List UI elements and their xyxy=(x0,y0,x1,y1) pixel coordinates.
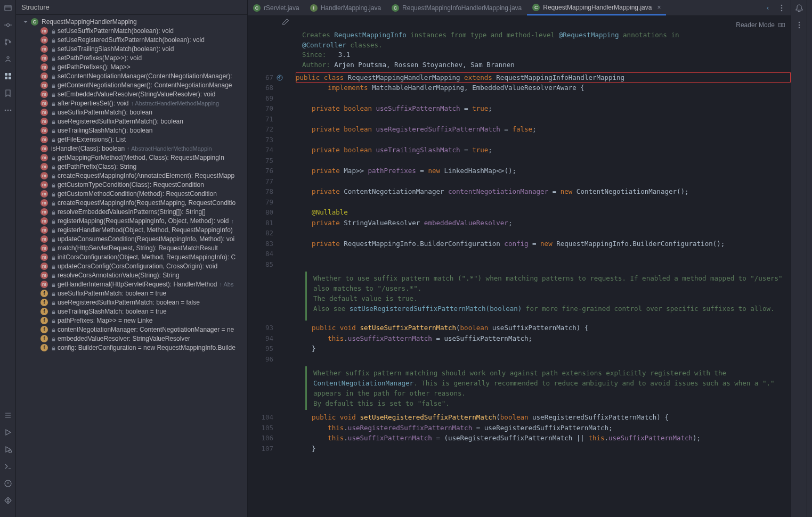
structure-tree[interactable]: CRequestMappingHandlerMappingmsetUseSuff… xyxy=(16,15,247,517)
tree-field[interactable]: fuseSuffixPatternMatch: boolean = true xyxy=(16,289,247,298)
tree-method[interactable]: mafterPropertiesSet(): void↑ AbstractHan… xyxy=(16,99,247,108)
code-content[interactable]: public class RequestMappingHandlerMappin… xyxy=(280,72,791,517)
tree-method[interactable]: msetEmbeddedValueResolver(StringValueRes… xyxy=(16,89,247,99)
method-icon: m xyxy=(40,190,48,198)
tree-method[interactable]: mregisterMapping(RequestMappingInfo, Obj… xyxy=(16,216,247,225)
tree-field[interactable]: fconfig: BuilderConfiguration = new Requ… xyxy=(16,343,247,352)
tree-method[interactable]: mcreateRequestMappingInfo(AnnotatedEleme… xyxy=(16,171,247,180)
close-icon[interactable]: × xyxy=(657,4,661,11)
tree-method[interactable]: museTrailingSlashMatch(): boolean xyxy=(16,126,247,135)
notifications-icon[interactable] xyxy=(794,3,804,13)
method-icon: m xyxy=(40,45,48,53)
tree-method[interactable]: minitCorsConfiguration(Object, Method, R… xyxy=(16,252,247,261)
left-tool-rail xyxy=(0,0,16,517)
svg-rect-51 xyxy=(52,348,55,350)
bookmarks-icon[interactable] xyxy=(3,88,13,98)
svg-rect-26 xyxy=(52,112,55,115)
right-tool-rail xyxy=(791,0,807,517)
editor-tab[interactable]: CRequestMappingHandlerMapping.java× xyxy=(527,0,666,15)
class-icon: C xyxy=(31,18,38,26)
tree-method[interactable]: msetUseSuffixPatternMatch(boolean): void xyxy=(16,26,247,35)
reader-mode-toggle[interactable]: Reader Mode xyxy=(730,18,791,32)
tab-menu-icon[interactable] xyxy=(777,3,786,13)
lock-icon xyxy=(51,46,56,52)
tree-method[interactable]: mgetPathPrefix(Class): String xyxy=(16,162,247,171)
override-icon[interactable] xyxy=(277,73,283,84)
method-icon: m xyxy=(40,136,48,143)
tree-field[interactable]: fembeddedValueResolver: StringValueResol… xyxy=(16,334,247,343)
lock-icon xyxy=(51,336,56,341)
more-icon[interactable] xyxy=(3,105,13,115)
tree-method[interactable]: mupdateConsumesCondition(RequestMappingI… xyxy=(16,234,247,243)
lock-icon xyxy=(51,218,56,224)
tree-method[interactable]: mgetCustomMethodCondition(Method): Reque… xyxy=(16,189,247,198)
minimap[interactable] xyxy=(807,0,812,517)
svg-rect-30 xyxy=(52,158,55,160)
lock-icon xyxy=(51,309,56,314)
svg-rect-28 xyxy=(52,130,55,133)
tree-method[interactable]: mresolveCorsAnnotationValue(String): Str… xyxy=(16,270,247,280)
method-icon: m xyxy=(40,91,48,98)
method-icon: m xyxy=(40,81,48,89)
tree-method[interactable]: museRegisteredSuffixPatternMatch(): bool… xyxy=(16,117,247,126)
tree-method[interactable]: mgetHandlerInternal(HttpServletRequest):… xyxy=(16,280,247,289)
project-icon[interactable] xyxy=(3,3,13,13)
tree-method[interactable]: mgetPathPrefixes(): Map>> xyxy=(16,62,247,71)
tree-method[interactable]: msetContentNegotiationManager(ContentNeg… xyxy=(16,71,247,80)
lock-icon xyxy=(51,137,56,142)
svg-rect-29 xyxy=(52,139,55,142)
chevron-down-icon[interactable] xyxy=(22,19,29,25)
tree-field[interactable]: fuseTrailingSlashMatch: boolean = true xyxy=(16,307,247,316)
list-icon[interactable] xyxy=(3,411,13,420)
tree-method[interactable]: mgetMappingForMethod(Method, Class): Req… xyxy=(16,153,247,162)
terminal-icon[interactable] xyxy=(3,462,13,471)
tree-method[interactable]: msetUseRegisteredSuffixPatternMatch(bool… xyxy=(16,35,247,44)
method-icon: m xyxy=(40,199,48,207)
code-editor[interactable]: 6768697071727374757677787980818283848593… xyxy=(248,72,791,517)
lock-icon xyxy=(51,264,56,269)
tree-method[interactable]: msetUseTrailingSlashMatch(boolean): void xyxy=(16,44,247,53)
pull-requests-icon[interactable] xyxy=(3,54,13,64)
tree-method[interactable]: mcreateRequestMappingInfo(RequestMapping… xyxy=(16,198,247,207)
git-icon[interactable] xyxy=(3,496,13,505)
tree-method[interactable]: mgetContentNegotiationManager(): Content… xyxy=(16,80,247,89)
file-icon: C xyxy=(253,4,261,12)
vcs-icon[interactable] xyxy=(3,37,13,47)
problems-icon[interactable] xyxy=(3,479,13,488)
tree-method[interactable]: mresolveEmbeddedValuesInPatterns(String[… xyxy=(16,207,247,216)
lock-icon xyxy=(51,119,56,124)
tree-method[interactable]: mgetCustomTypeCondition(Class): RequestC… xyxy=(16,180,247,189)
tree-method[interactable]: mmatch(HttpServletRequest, String): Requ… xyxy=(16,243,247,252)
tree-method[interactable]: msetPathPrefixes(Map>>): void xyxy=(16,53,247,62)
svg-rect-35 xyxy=(52,203,55,206)
tab-overflow-icon[interactable]: ‹ xyxy=(763,3,773,13)
method-icon: m xyxy=(40,262,48,270)
lock-icon xyxy=(51,37,56,43)
edit-icon[interactable] xyxy=(281,19,290,28)
tree-method[interactable]: museSuffixPatternMatch(): boolean xyxy=(16,108,247,117)
editor-tab[interactable]: CRequestMappingInfoHandlerMapping.java xyxy=(386,0,527,15)
svg-rect-37 xyxy=(52,221,55,224)
debug-icon[interactable] xyxy=(3,445,13,454)
method-icon: m xyxy=(40,54,48,62)
lock-icon xyxy=(51,227,56,233)
right-more-icon[interactable] xyxy=(794,20,804,30)
tree-method[interactable]: mgetFileExtensions(): List xyxy=(16,135,247,144)
lock-icon xyxy=(51,101,56,106)
commit-icon[interactable] xyxy=(3,20,13,30)
editor-tab[interactable]: IHandlerMapping.java xyxy=(305,0,386,15)
tree-method[interactable]: mupdateCorsConfig(CorsConfiguration, Cro… xyxy=(16,261,247,270)
lock-icon xyxy=(51,55,56,61)
svg-rect-44 xyxy=(52,284,55,287)
editor-tab[interactable]: CrServlet.java xyxy=(248,0,305,15)
method-icon: m xyxy=(40,208,48,216)
run-icon[interactable] xyxy=(3,428,13,437)
tree-class[interactable]: CRequestMappingHandlerMapping xyxy=(16,17,247,26)
tree-field[interactable]: fuseRegisteredSuffixPatternMatch: boolea… xyxy=(16,298,247,307)
tree-method[interactable]: misHandler(Class): boolean↑ AbstractHand… xyxy=(16,144,247,153)
tree-field[interactable]: fcontentNegotiationManager: ContentNegot… xyxy=(16,325,247,334)
lock-icon xyxy=(51,191,56,196)
tree-field[interactable]: fpathPrefixes: Map>> = new Linke xyxy=(16,316,247,325)
tree-method[interactable]: mregisterHandlerMethod(Object, Method, R… xyxy=(16,225,247,234)
structure-icon[interactable] xyxy=(3,71,13,81)
